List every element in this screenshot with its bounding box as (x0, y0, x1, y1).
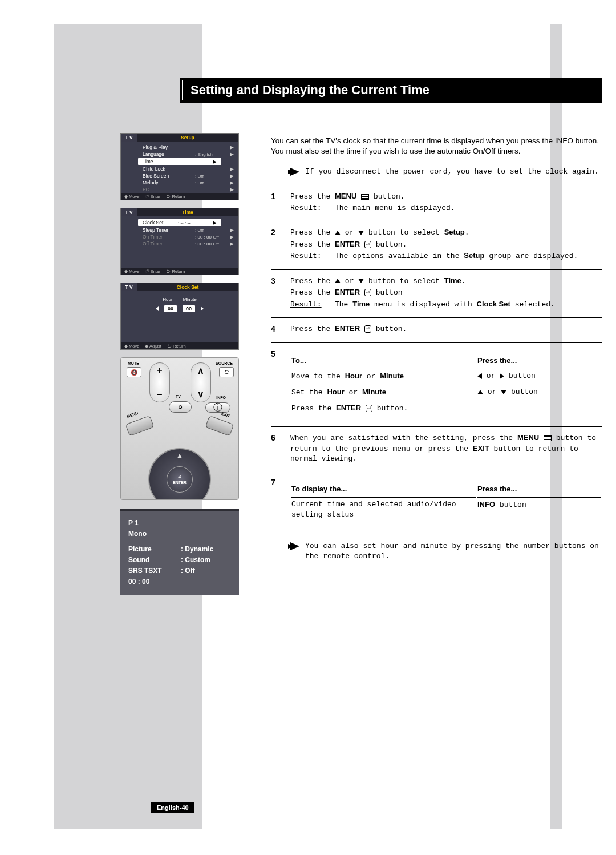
nav-ring: ▲ ▼ ⏎ ENTER (148, 448, 211, 500)
down-triangle-icon (501, 390, 506, 394)
menu-button-icon (125, 416, 155, 436)
osd-row: Sleep Timer: Off▶ (121, 227, 238, 233)
page-number: English-40 (151, 802, 194, 813)
osd-row: Melody: Off▶ (121, 179, 238, 186)
enter-icon: ⏎ (178, 475, 181, 479)
clock-hour-field: 00 (164, 305, 177, 312)
osd-time-title: Time (137, 208, 238, 216)
info-label: INFO (216, 396, 226, 400)
osd-footer-enter: ⏎ Enter (145, 269, 160, 274)
exit-button-icon (205, 416, 234, 436)
up-triangle-icon (335, 231, 341, 235)
clock-minute-field: 00 (183, 305, 195, 312)
info-time: 00 : 00 (128, 578, 149, 586)
col-press: Press the... (477, 353, 601, 368)
osd-row: PC▶ (121, 186, 238, 193)
source-label: SOURCE (216, 361, 233, 365)
osd-tv-label: T V (121, 134, 137, 142)
exit-label: EXIT (221, 412, 231, 418)
osd-footer-move: ◆ Move (124, 344, 139, 349)
down-chevron-icon: ∨ (197, 389, 204, 400)
right-triangle-icon (500, 373, 504, 379)
clock-hour-label: Hour (163, 297, 172, 302)
info-button-icon: ⓘ (205, 402, 230, 413)
osd-row: Plug & Play▶ (121, 144, 238, 151)
info-row: SoundCustom (128, 556, 231, 564)
source-button-icon: ⮌ (219, 367, 234, 377)
step-2: 2 Press the or button to select Setup. P… (271, 221, 602, 269)
pointer-icon (290, 168, 299, 176)
warning-text: If you disconnect the power cord, you ha… (305, 167, 599, 177)
footer-note-text: You can also set hour and minute by pres… (305, 541, 602, 561)
up-triangle-icon (477, 390, 483, 394)
left-triangle-icon (477, 373, 482, 379)
channel-rocker: ∧ ∨ (191, 362, 211, 402)
info-p: P 1 (128, 519, 139, 527)
col-to-display: To display the... (291, 482, 476, 497)
enter-icon: ⏎ (364, 289, 371, 296)
instructions-column: You can set the TV's clock so that the c… (271, 136, 602, 569)
osd-row: Blue Screen: Off▶ (121, 172, 238, 179)
up-chevron-icon: ∧ (197, 365, 204, 376)
section-title: Setting and Displaying the Current Time (182, 80, 599, 100)
osd-footer-return: ⮌ Return (166, 269, 185, 274)
step-7: 7 To display the... Press the... Current… (271, 471, 602, 534)
remote-control-illustration: MUTE SOURCE 🔇 ⮌ + – ∧ ∨ TV ⭘ INFO ⓘ MENU… (120, 357, 239, 500)
up-arrow-icon: ▲ (176, 451, 183, 459)
osd-setup-menu: T V Setup Plug & Play▶Language: English▶… (120, 133, 239, 200)
menu-icon (361, 194, 369, 200)
page-background: Setting and Displaying the Current Time … (54, 24, 562, 829)
info-row: PictureDynamic (128, 545, 231, 553)
osd-row: Child Lock▶ (121, 166, 238, 172)
intro-paragraph: You can set the TV's clock so that the c… (271, 136, 602, 156)
osd-footer-return: ⮌ Return (167, 344, 186, 349)
enter-label: ENTER (173, 481, 187, 485)
clock-minute-label: Minute (183, 297, 197, 302)
osd-row: On Timer: 00 : 00 Off▶ (121, 233, 238, 240)
step-5: 5 To... Press the... Move to the Hour or (271, 342, 602, 426)
enter-icon: ⏎ (366, 405, 372, 412)
down-arrow-icon: ▼ (176, 499, 183, 500)
tv-label: TV (176, 394, 181, 398)
left-arrow-icon (156, 306, 159, 311)
menu-label: MENU (126, 411, 139, 419)
osd-setup-title: Setup (137, 134, 238, 142)
step-4: 4 Press the ENTER ⏎ button. (271, 317, 602, 342)
step-1: 1 Press the MENU button. Result: The mai… (271, 185, 602, 221)
right-arrow-icon (201, 306, 204, 311)
osd-footer-move: ◆ Move (124, 194, 139, 199)
osd-footer-move: ◆ Move (124, 269, 139, 274)
down-triangle-icon (358, 231, 364, 235)
plus-icon: + (157, 365, 162, 376)
minus-icon: – (157, 389, 163, 400)
osd-tv-label: T V (121, 283, 137, 291)
enter-icon: ⏎ (364, 325, 371, 333)
pointer-icon (290, 542, 299, 550)
mute-label: MUTE (128, 361, 139, 365)
info-mono: Mono (128, 530, 147, 538)
volume-rocker: + – (149, 362, 170, 402)
osd-clockset-title: Clock Set (137, 283, 238, 291)
step-6: 6 When you are satisfied with the settin… (271, 426, 602, 471)
osd-clockset-menu: T V Clock Set Hour Minute 00 00 ◆ Move ◆… (120, 283, 239, 350)
enter-button: ⏎ ENTER (167, 466, 193, 493)
osd-footer-enter: ⏎ Enter (145, 194, 160, 199)
down-triangle-icon (358, 279, 364, 283)
osd-row: Off Timer: 00 : 00 Off▶ (121, 240, 238, 247)
osd-footer-adjust: ◆ Adjust (145, 344, 161, 349)
tv-button-icon: ⭘ (169, 401, 192, 413)
info-row: SRS TSXTOff (128, 567, 231, 575)
info-status-box: P 1 Mono PictureDynamicSoundCustomSRS TS… (120, 509, 239, 595)
osd-row: Clock Set: -- : --▶ (138, 219, 221, 226)
enter-icon: ⏎ (364, 241, 371, 248)
osd-row: Time▶ (138, 158, 221, 165)
osd-row: Language: English▶ (121, 151, 238, 158)
mute-button-icon: 🔇 (127, 367, 141, 377)
up-triangle-icon (335, 279, 341, 283)
step-3: 3 Press the or button to select Time. Pr… (271, 269, 602, 318)
warning-note: If you disconnect the power cord, you ha… (290, 167, 602, 177)
section-title-bar: Setting and Displaying the Current Time (180, 78, 602, 103)
col-to: To... (291, 353, 476, 368)
col-press: Press the... (477, 482, 601, 497)
osd-tv-label: T V (121, 208, 137, 216)
